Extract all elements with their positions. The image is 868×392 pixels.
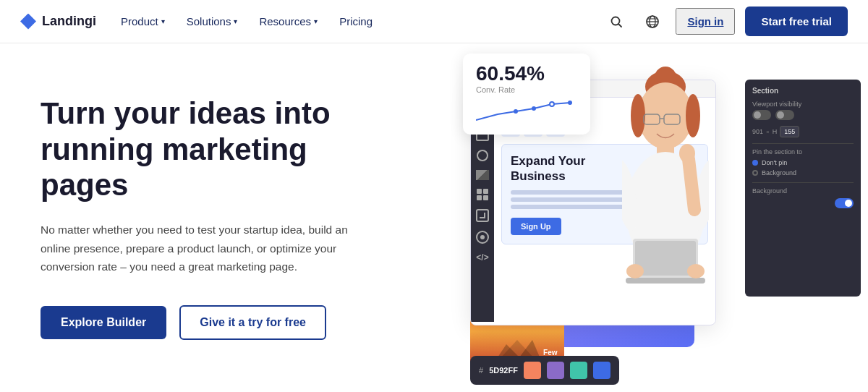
panel-separator-2 [752, 182, 854, 183]
logo-icon [20, 14, 36, 30]
svg-point-31 [679, 144, 695, 163]
chevron-down-icon: ▾ [314, 17, 318, 25]
svg-rect-26 [635, 241, 696, 276]
svg-point-16 [631, 94, 645, 137]
nav-item-resources[interactable]: Resources ▾ [249, 9, 328, 33]
color-code-value: 5D92FF [489, 366, 518, 375]
code-tool-icon[interactable]: </> [476, 252, 488, 263]
radio-selected [752, 160, 758, 166]
svg-point-17 [686, 94, 700, 137]
pin-option-1[interactable]: Don't pin [752, 159, 854, 166]
person-image-container [535, 58, 745, 376]
logo-text: Landingi [42, 14, 96, 29]
svg-point-7 [514, 109, 518, 114]
pin-label: Pin the section to [752, 148, 854, 155]
settings-tool-icon[interactable] [476, 231, 489, 244]
hero-text: Turn your ideas into running marketing p… [0, 43, 405, 392]
grid-tool-icon[interactable] [477, 189, 488, 200]
nav-item-product[interactable]: Product ▾ [111, 9, 175, 33]
svg-point-15 [638, 82, 693, 149]
svg-point-29 [687, 264, 705, 278]
svg-rect-27 [626, 278, 705, 284]
radio-unselected [752, 170, 758, 176]
svg-line-1 [619, 24, 622, 27]
person-svg [622, 65, 709, 376]
chevron-down-icon: ▾ [234, 17, 237, 25]
toggle-row [752, 110, 854, 120]
signin-button[interactable]: Sign in [676, 8, 735, 35]
circle-tool-icon[interactable] [477, 150, 488, 161]
search-icon[interactable] [603, 9, 629, 35]
toggle-2[interactable] [775, 110, 794, 120]
background-label: Background [752, 187, 854, 195]
svg-line-30 [689, 159, 694, 210]
nav-left: Landingi Product ▾ Solutions ▾ Resources… [20, 9, 383, 33]
nav-links: Product ▾ Solutions ▾ Resources ▾ Pricin… [111, 9, 383, 33]
color-hash-symbol: # [479, 366, 483, 375]
nav-item-solutions[interactable]: Solutions ▾ [176, 9, 248, 33]
nav-item-pricing[interactable]: Pricing [329, 9, 383, 33]
pin-options: Don't pin Background [752, 159, 854, 176]
background-toggle[interactable] [835, 198, 854, 208]
logo[interactable]: Landingi [20, 14, 96, 30]
height-input[interactable]: 155 [780, 126, 799, 137]
navbar: Landingi Product ▾ Solutions ▾ Resources… [0, 0, 868, 43]
separator: × [766, 129, 770, 135]
hero-buttons: Explore Builder Give it a try for free [41, 305, 405, 340]
viewport-label: Viewport visibility [752, 101, 854, 108]
svg-point-28 [626, 264, 644, 278]
person-head [622, 65, 702, 152]
height-label-text: H [773, 128, 778, 135]
chevron-down-icon: ▾ [161, 17, 165, 25]
image-tool-icon[interactable] [476, 170, 489, 180]
toggle-1[interactable] [752, 110, 771, 120]
explore-builder-button[interactable]: Explore Builder [41, 306, 166, 339]
panel-separator [752, 143, 854, 144]
background-toggle-row [752, 198, 854, 208]
svg-point-0 [612, 17, 620, 25]
hero-section: Turn your ideas into running marketing p… [0, 43, 868, 392]
nav-right: Sign in Start free trial [603, 7, 848, 36]
hero-description: No matter whether you need to test your … [41, 221, 352, 276]
hero-visual: 60.54% Conv. Rate FewYou. [405, 43, 868, 392]
trial-button[interactable]: Start free trial [745, 7, 848, 36]
section-label: Section [752, 87, 854, 95]
globe-icon[interactable] [639, 9, 665, 35]
width-label: 901 [752, 128, 763, 135]
right-properties-panel: Section Viewport visibility 901 × H 155 [745, 80, 861, 297]
dimension-row: 901 × H 155 [752, 126, 854, 137]
resize-tool-icon[interactable] [476, 209, 489, 222]
hero-title: Turn your ideas into running marketing p… [41, 95, 359, 203]
try-free-button[interactable]: Give it a try for free [179, 305, 326, 340]
pin-option-2[interactable]: Background [752, 169, 854, 176]
